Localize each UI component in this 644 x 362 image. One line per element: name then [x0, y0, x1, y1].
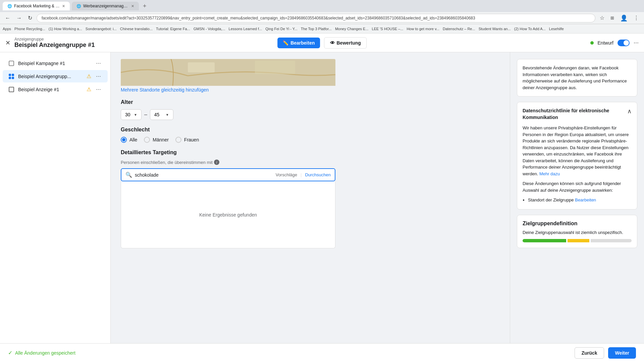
mehr-dazu-link[interactable]: Mehr dazu: [539, 171, 560, 176]
bookmark-lee[interactable]: LEE 'S HOUSE –...: [372, 27, 404, 31]
campaign-label: Beispiel Kampagne #1: [18, 61, 91, 66]
header-subtitle: Anzeigengruppe: [14, 37, 95, 42]
next-button[interactable]: Weiter: [608, 347, 636, 359]
bookmark-star[interactable]: ☆: [598, 14, 606, 22]
age-min-select[interactable]: 18 25 30 35 40 ▼: [121, 109, 142, 120]
radio-maenner-circle: [144, 137, 150, 143]
bookmarks-bar: Apps Phone Recycling... (1) How Working …: [0, 24, 644, 34]
ad-label: Beispiel Anzeige #1: [18, 87, 83, 92]
targeting-title: Detailliertes Targeting: [121, 149, 335, 156]
bookmark-gmsn[interactable]: GMSN - Vologda,...: [194, 27, 225, 31]
bookmark-qing[interactable]: Qing Fei De Yi - Y...: [265, 27, 298, 31]
eye-icon: 👁: [330, 40, 335, 46]
targeting-subtitle-row: Personen einschließen, die übereinstimme…: [121, 160, 335, 165]
adset-icon: [8, 73, 15, 80]
tab-favicon: 🌐: [7, 4, 12, 8]
profile-btn[interactable]: 👤: [619, 14, 629, 22]
address-input[interactable]: [37, 14, 595, 22]
info-card-text: Bevorstehende Änderungen daran, wie Face…: [523, 65, 632, 91]
age-min-dropdown[interactable]: 18 25 30 35 40: [125, 112, 132, 117]
extensions-btn[interactable]: ⊞: [609, 15, 616, 21]
menu-btn[interactable]: ⋮: [632, 14, 641, 22]
preview-button[interactable]: 👁 Bewertung: [324, 37, 367, 49]
refresh-button[interactable]: ↻: [26, 14, 34, 22]
bookmark-student[interactable]: Student Wants an...: [479, 27, 511, 31]
privacy-title: Datenschutzrichtlinie für elektronische …: [523, 108, 627, 121]
bookmark-top3[interactable]: The Top 3 Platfor...: [301, 27, 332, 31]
age-max-select[interactable]: 35 40 45 50 55 65+ ▼: [150, 109, 173, 120]
adset-more-button[interactable]: ···: [95, 73, 102, 80]
save-status: ✓ Alle Änderungen gespeichert: [8, 350, 75, 356]
age-max-chevron: ▼: [166, 113, 169, 117]
bookmark-how-more[interactable]: How to get more v...: [407, 27, 439, 31]
zielgruppe-card: Zielgruppendefinition Deine Zielgruppena…: [517, 215, 637, 248]
back-button[interactable]: Zurück: [575, 347, 604, 359]
ad-warning-icon: ⚠: [87, 86, 91, 93]
gender-alle[interactable]: Alle: [121, 137, 137, 143]
forward-nav-button[interactable]: →: [15, 14, 23, 22]
age-max-dropdown[interactable]: 35 40 45 50 55 65+: [154, 112, 164, 117]
gender-frauen[interactable]: Frauen: [175, 137, 199, 143]
info-card: Bevorstehende Änderungen daran, wie Face…: [517, 59, 637, 97]
back-nav-button[interactable]: ←: [3, 14, 12, 22]
age-row: 18 25 30 35 40 ▼ – 35: [121, 109, 335, 120]
gender-maenner[interactable]: Männer: [144, 137, 168, 143]
more-options-button[interactable]: ···: [634, 39, 639, 46]
zielgruppe-text: Deine Zielgruppenauswahl ist ziemlich un…: [523, 230, 632, 235]
bookmark-lessons[interactable]: Lessons Learned f...: [229, 27, 262, 31]
toggle-switch[interactable]: [618, 40, 630, 46]
header-left: ✕ Anzeigengruppe Beispiel Anzeigengruppe…: [5, 37, 95, 49]
search-vorschlaege-label: Vorschläge: [276, 172, 297, 177]
no-results-text: Keine Ergebnisse gefunden: [199, 212, 257, 218]
bookmark-sonder[interactable]: Sonderangebot: i...: [86, 27, 117, 31]
bookmark-lesehilfe[interactable]: Lesehilfe: [549, 27, 564, 31]
right-panel: Bevorstehende Änderungen daran, wie Face…: [510, 52, 644, 343]
close-tab-2[interactable]: ✕: [131, 4, 134, 8]
campaign-icon: [8, 60, 15, 67]
header-titles: Anzeigengruppe Beispiel Anzeigengruppe #…: [14, 37, 95, 49]
add-locations-link[interactable]: Mehrere Standorte gleichzeitig hinzufüge…: [121, 87, 335, 93]
search-divider: |: [301, 172, 302, 177]
close-tab-1[interactable]: ✕: [62, 4, 65, 8]
content-inner: Mehrere Standorte gleichzeitig hinzufüge…: [111, 52, 345, 255]
bookmark-money[interactable]: Money Changes E...: [335, 27, 369, 31]
bookmark-tutorial[interactable]: Tutorial: Eigene Fa...: [156, 27, 190, 31]
campaign-more-button[interactable]: ···: [95, 60, 102, 67]
info-icon[interactable]: i: [214, 160, 219, 165]
bookmark-datenschutz[interactable]: Datenschutz – Re...: [443, 27, 475, 31]
status-dot: [590, 41, 594, 45]
new-tab-button[interactable]: +: [141, 3, 149, 10]
privacy-list: Standort der Zielgruppe Bearbeiten: [528, 197, 632, 202]
gender-frauen-label: Frauen: [184, 137, 199, 142]
svg-rect-0: [9, 61, 14, 66]
privacy-list-edit-link[interactable]: Bearbeiten: [575, 197, 596, 202]
bookmark-how-working[interactable]: (1) How Working a...: [49, 27, 82, 31]
center-content: Mehrere Standorte gleichzeitig hinzufüge…: [111, 52, 510, 343]
edit-button[interactable]: ✏️ Bearbeiten: [277, 38, 320, 48]
close-panel-button[interactable]: ✕: [5, 39, 10, 47]
search-durchsuchen-link[interactable]: Durchsuchen: [305, 172, 331, 177]
results-box: Keine Ergebnisse gefunden: [121, 181, 335, 248]
sidebar-item-campaign[interactable]: Beispiel Kampagne #1 ···: [3, 57, 108, 69]
tab-facebook-marketing[interactable]: 🌐 Facebook Marketing & Werbe... ✕: [3, 2, 70, 10]
tab-ads-manager[interactable]: 🌐 Werbeanzeigenmanager - We... ✕: [72, 2, 139, 10]
tab-label-2: Werbeanzeigenmanager - We...: [83, 4, 129, 8]
targeting-subtitle-text: Personen einschließen, die übereinstimme…: [121, 160, 213, 165]
bookmark-phone[interactable]: Phone Recycling...: [14, 27, 45, 31]
adset-warning-icon: ⚠: [87, 73, 91, 79]
gender-label: Geschlecht: [121, 127, 335, 133]
bookmark-how-add[interactable]: (2) How To Add A...: [514, 27, 546, 31]
bookmark-chinese[interactable]: Chinese translatio...: [120, 27, 153, 31]
targeting-search-input[interactable]: [135, 172, 273, 178]
tab-label-1: Facebook Marketing & Werbe...: [14, 4, 60, 8]
age-dash: –: [144, 112, 147, 118]
bottom-actions: Zurück Weiter: [575, 347, 636, 359]
sidebar: Beispiel Kampagne #1 ··· Beispiel Anzeig…: [0, 52, 111, 343]
bookmark-apps[interactable]: Apps: [3, 27, 11, 31]
sidebar-item-adset[interactable]: Beispiel Anzeigengrupp... ⚠ ···: [3, 70, 108, 82]
sidebar-item-ad[interactable]: Beispiel Anzeige #1 ⚠ ···: [3, 83, 108, 96]
ad-more-button[interactable]: ···: [95, 86, 102, 93]
check-icon: ✓: [8, 350, 12, 356]
browser-chrome: 🌐 Facebook Marketing & Werbe... ✕ 🌐 Werb…: [0, 0, 644, 34]
collapse-button[interactable]: ∧: [627, 108, 632, 115]
